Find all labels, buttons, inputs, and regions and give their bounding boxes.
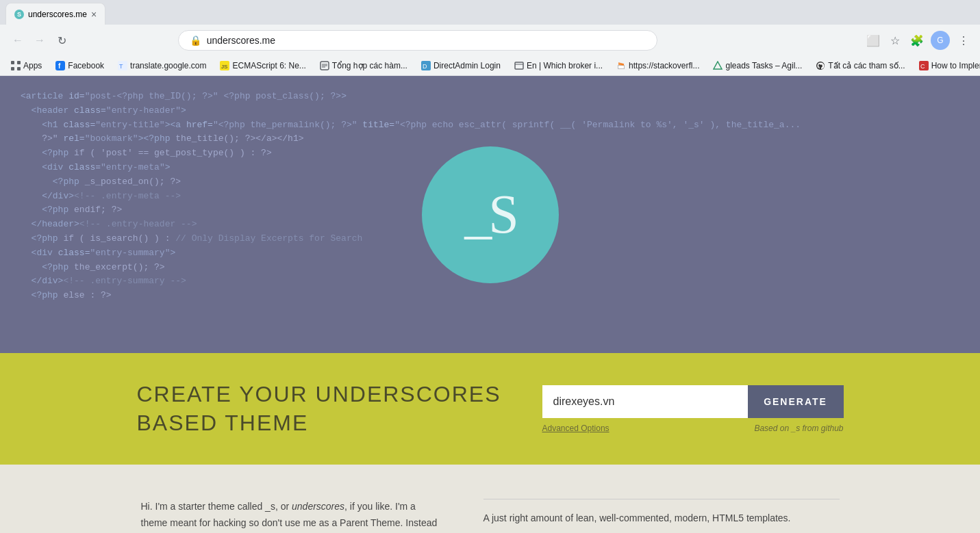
browser-chrome: S underscores.me × ← → ↻ 🔒 underscores.m… <box>0 0 980 76</box>
ecmascript-label: ECMAScript 6: Ne... <box>232 61 305 70</box>
browser-toolbar: ← → ↻ 🔒 underscores.me ⬜ ☆ 🧩 G ⋮ <box>0 25 980 56</box>
how-to-icon: C <box>919 61 929 70</box>
gleads-icon <box>713 61 723 70</box>
nav-buttons: ← → ↻ <box>8 31 71 50</box>
svg-rect-0 <box>11 61 14 64</box>
facebook-icon: f <box>55 61 65 70</box>
svg-rect-3 <box>17 67 21 70</box>
profile-icon[interactable]: G <box>931 31 950 50</box>
facebook-label: Facebook <box>68 61 104 70</box>
bookmark-facebook[interactable]: f Facebook <box>50 59 110 73</box>
tong-hop-icon <box>320 61 329 70</box>
tab-close-icon[interactable]: × <box>91 9 97 20</box>
forward-button[interactable]: → <box>30 31 49 50</box>
gleads-label: gleads Tasks – Agil... <box>725 61 802 70</box>
directadmin-label: DirectAdmin Login <box>434 61 501 70</box>
content-section: Hi. I'm a starter theme called _s, or un… <box>0 465 980 533</box>
bookmark-tong-hop[interactable]: Tổng hợp các hàm... <box>314 59 413 73</box>
bookmark-directadmin[interactable]: D DirectAdmin Login <box>416 59 506 73</box>
tat-ca-label: Tất cả các tham số... <box>828 61 905 70</box>
svg-marker-18 <box>714 62 722 69</box>
tab-title: underscores.me <box>28 10 87 19</box>
bookmark-ecmascript[interactable]: JS ECMAScript 6: Ne... <box>214 59 311 73</box>
generate-footer: Advanced Options Based on _s from github <box>542 424 844 433</box>
svg-text:JS: JS <box>221 64 227 70</box>
svg-text:C: C <box>920 63 925 70</box>
github-icon <box>816 61 825 70</box>
bookmark-gleads[interactable]: gleads Tasks – Agil... <box>707 59 807 73</box>
logo-text: _S <box>464 183 516 246</box>
bookmark-star-icon[interactable]: ☆ <box>887 32 903 49</box>
reload-button[interactable]: ↻ <box>52 31 71 50</box>
extensions-icon[interactable]: 🧩 <box>909 32 925 49</box>
translate-label: translate.google.com <box>130 61 206 70</box>
stackoverflow-label: https://stackoverfl... <box>629 61 699 70</box>
generate-button[interactable]: GENERATE <box>748 385 844 418</box>
bookmark-apps[interactable]: Apps <box>5 59 47 73</box>
generate-section: CREATE YOUR UNDERSCORES BASED THEME GENE… <box>0 353 980 465</box>
apps-icon <box>11 61 21 70</box>
cast-icon[interactable]: ⬜ <box>865 32 881 49</box>
heading-line2: BASED THEME <box>137 409 501 438</box>
lock-icon: 🔒 <box>190 35 201 46</box>
svg-rect-15 <box>618 66 624 68</box>
svg-text:T: T <box>119 63 123 70</box>
hero-section: <article id="post-<?php the_ID(); ?>" <?… <box>0 76 980 353</box>
form-row: GENERATE <box>542 385 844 418</box>
translate-icon: T <box>118 61 127 70</box>
back-button[interactable]: ← <box>8 31 27 50</box>
tong-hop-label: Tổng hợp các hàm... <box>332 61 407 70</box>
tabs-bar: S underscores.me × <box>0 0 980 25</box>
address-bar[interactable]: 🔒 underscores.me <box>178 30 657 51</box>
intro-paragraph: Hi. I'm a starter theme called _s, or un… <box>141 499 442 533</box>
logo-circle: _S <box>422 146 559 283</box>
svg-text:D: D <box>423 63 427 70</box>
ecmascript-icon: JS <box>220 61 229 70</box>
feature-item-1: A just right amount of lean, well-commen… <box>483 499 840 533</box>
bookmark-stackoverflow[interactable]: https://stackoverfl... <box>611 59 705 73</box>
apps-label: Apps <box>23 61 42 70</box>
url-text: underscores.me <box>207 35 646 46</box>
bookmarks-bar: Apps f Facebook T translate.google.com J… <box>0 56 980 76</box>
theme-name-input[interactable] <box>542 385 748 418</box>
stackoverflow-icon <box>616 61 626 70</box>
bookmark-en-broker[interactable]: En | Which broker i... <box>509 59 608 73</box>
content-left: Hi. I'm a starter theme called _s, or un… <box>141 499 442 533</box>
how-to-label: How to Implement... <box>931 61 980 70</box>
heading-line1: CREATE YOUR UNDERSCORES <box>137 380 501 409</box>
svg-rect-2 <box>11 67 14 70</box>
active-tab[interactable]: S underscores.me × <box>5 3 105 25</box>
bookmark-translate[interactable]: T translate.google.com <box>112 59 212 73</box>
bookmark-tat-ca[interactable]: Tất cả các tham số... <box>810 59 910 73</box>
directadmin-icon: D <box>421 61 431 70</box>
en-broker-icon <box>514 61 524 70</box>
bookmark-how-to[interactable]: C How to Implement... <box>914 59 980 73</box>
content-right: A just right amount of lean, well-commen… <box>483 499 840 533</box>
github-note: Based on _s from github <box>754 424 843 433</box>
generate-heading: CREATE YOUR UNDERSCORES BASED THEME <box>137 380 501 437</box>
advanced-options-link[interactable]: Advanced Options <box>542 424 610 433</box>
browser-actions: ⬜ ☆ 🧩 G ⋮ <box>865 31 972 50</box>
menu-icon[interactable]: ⋮ <box>955 32 972 49</box>
en-broker-label: En | Which broker i... <box>527 61 603 70</box>
svg-rect-13 <box>515 62 523 69</box>
generate-form: GENERATE Advanced Options Based on _s fr… <box>542 385 844 433</box>
content-inner: Hi. I'm a starter theme called _s, or un… <box>114 499 867 533</box>
svg-rect-1 <box>17 61 21 64</box>
